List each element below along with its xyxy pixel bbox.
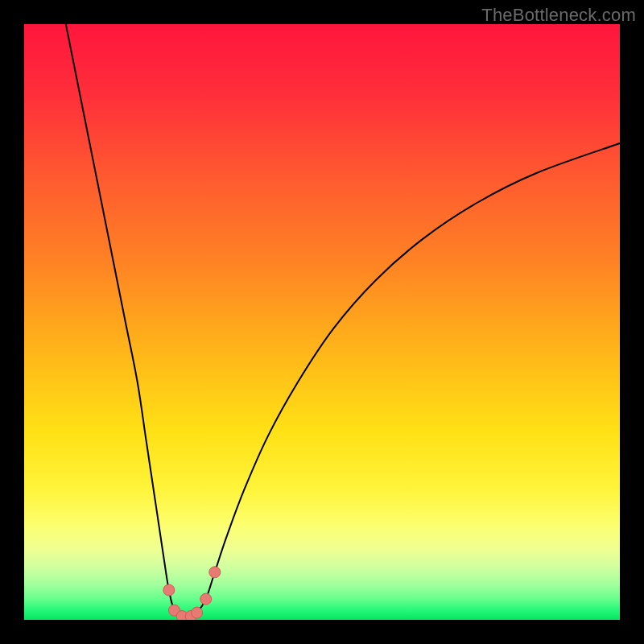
marker-group	[163, 567, 221, 620]
data-marker	[192, 607, 203, 618]
data-marker	[163, 584, 175, 596]
data-marker	[200, 593, 212, 605]
plot-area	[24, 24, 620, 620]
curve-left-branch	[66, 24, 191, 617]
chart-root: { "watermark": "TheBottleneck.com", "col…	[0, 0, 644, 644]
curve-layer	[24, 24, 620, 620]
watermark-text: TheBottleneck.com	[481, 5, 636, 26]
curve-right-branch	[191, 143, 620, 617]
data-marker	[209, 567, 221, 578]
